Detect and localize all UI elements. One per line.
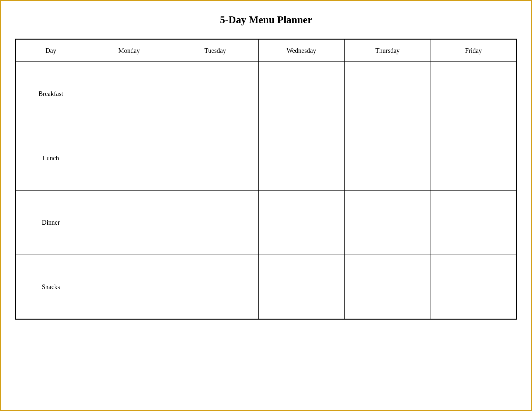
dinner-wednesday[interactable]	[258, 191, 345, 255]
snacks-wednesday[interactable]	[258, 255, 345, 319]
dinner-label: Dinner	[15, 191, 86, 255]
lunch-tuesday[interactable]	[172, 126, 258, 191]
breakfast-row: Breakfast	[15, 62, 517, 126]
menu-planner-table: Day Monday Tuesday Wednesday Thursday Fr…	[15, 39, 517, 320]
header-wednesday: Wednesday	[258, 39, 345, 62]
dinner-row: Dinner	[15, 191, 517, 255]
lunch-thursday[interactable]	[345, 126, 431, 191]
snacks-monday[interactable]	[86, 255, 172, 319]
dinner-tuesday[interactable]	[172, 191, 258, 255]
breakfast-thursday[interactable]	[345, 62, 431, 126]
lunch-friday[interactable]	[431, 126, 517, 191]
header-monday: Monday	[86, 39, 172, 62]
breakfast-label: Breakfast	[15, 62, 86, 126]
header-row: Day Monday Tuesday Wednesday Thursday Fr…	[15, 39, 517, 62]
snacks-row: Snacks	[15, 255, 517, 319]
header-thursday: Thursday	[345, 39, 431, 62]
dinner-friday[interactable]	[431, 191, 517, 255]
lunch-monday[interactable]	[86, 126, 172, 191]
snacks-label: Snacks	[15, 255, 86, 319]
breakfast-tuesday[interactable]	[172, 62, 258, 126]
dinner-monday[interactable]	[86, 191, 172, 255]
breakfast-friday[interactable]	[431, 62, 517, 126]
lunch-label: Lunch	[15, 126, 86, 191]
page-title: 5-Day Menu Planner	[220, 14, 312, 26]
snacks-friday[interactable]	[431, 255, 517, 319]
header-day: Day	[15, 39, 86, 62]
dinner-thursday[interactable]	[345, 191, 431, 255]
snacks-tuesday[interactable]	[172, 255, 258, 319]
header-tuesday: Tuesday	[172, 39, 258, 62]
breakfast-monday[interactable]	[86, 62, 172, 126]
header-friday: Friday	[431, 39, 517, 62]
lunch-wednesday[interactable]	[258, 126, 345, 191]
breakfast-wednesday[interactable]	[258, 62, 345, 126]
lunch-row: Lunch	[15, 126, 517, 191]
snacks-thursday[interactable]	[345, 255, 431, 319]
